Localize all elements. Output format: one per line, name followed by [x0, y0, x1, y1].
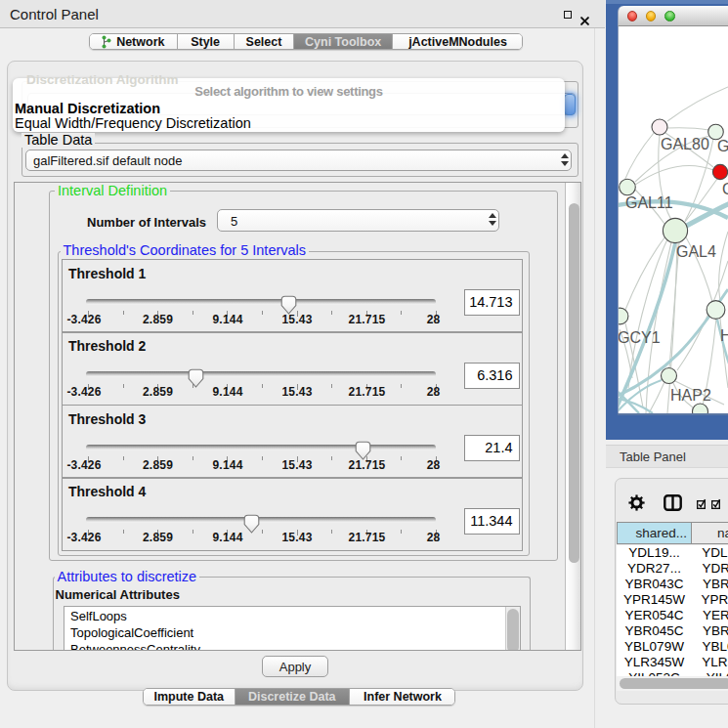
svg-text:GCY1: GCY1	[619, 329, 661, 346]
svg-text:GA: GA	[717, 138, 728, 154]
svg-text:GAL11: GAL11	[625, 194, 673, 211]
svg-text:GAL80: GAL80	[661, 136, 709, 152]
svg-text:C: C	[722, 181, 728, 197]
svg-text:GAL4: GAL4	[676, 243, 716, 260]
svg-text:H: H	[720, 327, 728, 344]
svg-text:HAP2: HAP2	[670, 387, 711, 404]
